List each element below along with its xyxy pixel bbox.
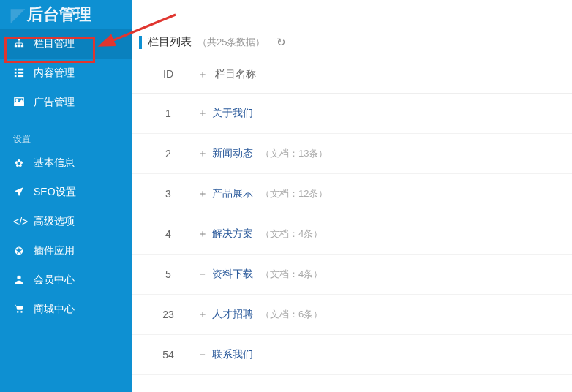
cell-id: 5 [139,268,197,280]
cell-name: ＋新闻动态（文档：13条） [197,147,328,160]
sidebar-item-advanced[interactable]: </> 高级选项 [0,207,132,236]
sidebar: ◤ 后台管理 栏目管理 内容管理 广告管理 设置 ✿ 基本信息 SEO设置 </… [0,0,132,392]
item-title[interactable]: 关于我们 [212,107,253,120]
sidebar-item-label: 商城中心 [34,303,75,316]
cell-name: －联系我们 [197,348,253,361]
cell-id: 54 [139,349,197,361]
main-content: 栏目列表 （共25条数据） ↻ ID ＋ 栏目名称 1＋关于我们2＋新闻动态（文… [132,0,572,375]
sidebar-item-mall[interactable]: 商城中心 [0,295,132,324]
item-meta: （文档：13条） [260,147,328,160]
page-header: 栏目列表 （共25条数据） ↻ [132,22,572,59]
cell-id: 23 [139,309,197,320]
logo: ◤ 后台管理 [0,0,132,29]
table-row[interactable]: 2＋新闻动态（文档：13条） [132,134,572,174]
item-title[interactable]: 资料下载 [212,268,253,281]
svg-point-13 [17,311,19,313]
cell-name: ＋产品展示（文档：12条） [197,187,328,200]
table-row[interactable]: 4＋解决方案（文档：4条） [132,214,572,255]
soccer-icon: ✪ [13,245,25,257]
svg-rect-8 [15,75,17,77]
cell-id: 3 [139,188,197,200]
svg-rect-7 [18,72,23,74]
logo-text: 后台管理 [27,4,91,26]
table-header-row: ID ＋ 栏目名称 [132,59,572,94]
sidebar-item-plugins[interactable]: ✪ 插件应用 [0,236,132,265]
svg-point-14 [20,311,23,313]
item-title[interactable]: 产品展示 [212,187,253,200]
expand-icon[interactable]: － [197,348,208,361]
sidebar-item-label: 广告管理 [34,96,75,109]
plane-icon [13,186,25,199]
sidebar-item-label: 基本信息 [34,157,75,170]
cell-id: 1 [139,108,197,119]
svg-rect-9 [18,75,23,77]
table-row[interactable]: 1＋关于我们 [132,94,572,134]
sidebar-item-label: 内容管理 [34,67,75,80]
expand-icon[interactable]: ＋ [197,308,208,321]
cell-id: 4 [139,228,197,240]
settings-section-label: 设置 [0,117,132,148]
expand-icon[interactable]: ＋ [197,147,208,160]
cell-name: ＋解决方案（文档：4条） [197,227,323,241]
sidebar-item-label: 高级选项 [34,215,75,228]
expand-icon[interactable]: ＋ [197,227,208,241]
table-row[interactable]: 3＋产品展示（文档：12条） [132,174,572,214]
logo-icon: ◤ [11,4,24,25]
svg-rect-0 [18,38,20,40]
table-row[interactable]: 5－资料下载（文档：4条） [132,255,572,295]
svg-rect-3 [21,45,24,47]
header-accent-bar [139,36,142,49]
table-row[interactable]: 54－联系我们 [132,335,572,375]
columns-table: ID ＋ 栏目名称 1＋关于我们2＋新闻动态（文档：13条）3＋产品展示（文档：… [132,59,572,375]
sidebar-item-basic[interactable]: ✿ 基本信息 [0,148,132,178]
sidebar-item-columns[interactable]: 栏目管理 [0,29,132,59]
svg-rect-6 [15,72,17,74]
svg-rect-2 [18,45,20,47]
item-meta: （文档：12条） [260,187,328,200]
item-meta: （文档：4条） [260,227,323,241]
table-header-name: ＋ 栏目名称 [197,68,256,81]
svg-rect-4 [15,68,17,70]
expand-all-icon[interactable]: ＋ [197,68,208,80]
item-title[interactable]: 新闻动态 [212,147,253,160]
expand-icon[interactable]: － [197,268,208,281]
sidebar-item-label: 插件应用 [34,244,75,257]
refresh-icon[interactable]: ↻ [276,36,286,49]
svg-point-12 [17,275,20,279]
expand-icon[interactable]: ＋ [197,187,208,200]
item-title[interactable]: 解决方案 [212,227,253,241]
svg-rect-1 [15,45,18,47]
sidebar-item-label: SEO设置 [34,186,76,199]
sidebar-item-label: 栏目管理 [34,37,75,50]
cell-name: ＋人才招聘（文档：6条） [197,308,323,321]
cell-name: ＋关于我们 [197,107,253,120]
gear-icon: ✿ [13,157,25,169]
svg-rect-5 [18,68,23,70]
sidebar-item-ads[interactable]: 广告管理 [0,88,132,117]
sidebar-item-seo[interactable]: SEO设置 [0,178,132,207]
item-title[interactable]: 联系我们 [212,348,253,361]
table-header-name-text: 栏目名称 [215,68,256,80]
item-meta: （文档：4条） [260,268,323,281]
sidebar-item-content[interactable]: 内容管理 [0,59,132,88]
page-count: （共25条数据） [197,36,265,49]
cell-id: 2 [139,148,197,159]
code-icon: </> [13,216,25,227]
sidebar-item-members[interactable]: 会员中心 [0,265,132,295]
sitemap-icon [13,38,25,50]
svg-point-11 [16,99,18,101]
sidebar-item-label: 会员中心 [34,274,75,287]
cart-icon [13,304,25,316]
page-title: 栏目列表 [148,35,192,49]
table-row[interactable]: 23＋人才招聘（文档：6条） [132,295,572,335]
item-meta: （文档：6条） [260,308,323,321]
cell-name: －资料下载（文档：4条） [197,268,323,281]
expand-icon[interactable]: ＋ [197,107,208,120]
image-icon [13,97,25,109]
list-icon [13,67,25,80]
table-header-id: ID [139,68,197,81]
user-icon [13,274,25,287]
item-title[interactable]: 人才招聘 [212,308,253,321]
